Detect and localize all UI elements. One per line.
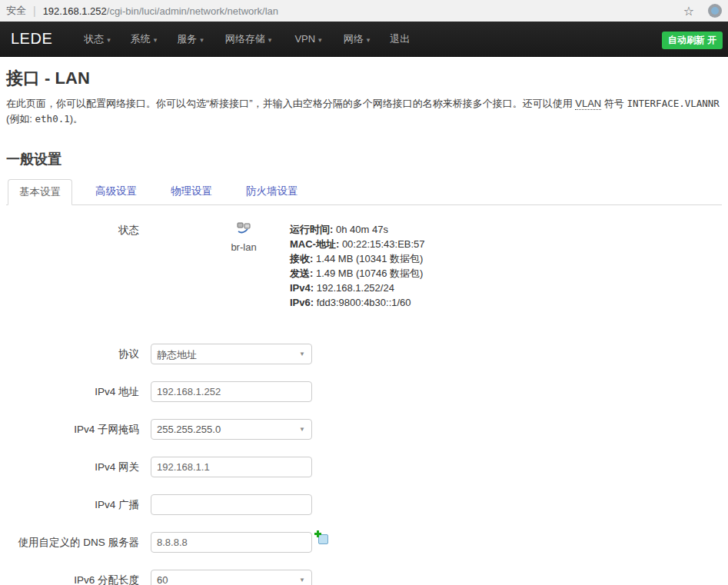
profile-avatar[interactable]	[708, 4, 722, 18]
ipv4-gateway-input[interactable]	[151, 457, 312, 477]
brand-logo: LEDE	[11, 30, 52, 48]
form-row-ipv6-assignment: IPv6 分配长度 60 ▼ ? 给每个公共 IPv6 前缀分配指定长度的固定部…	[6, 570, 722, 585]
tab-physical-settings[interactable]: 物理设置	[160, 179, 223, 205]
device-name: br-lan	[224, 241, 264, 253]
settings-tab-bar: 基本设置 高级设置 物理设置 防火墙设置	[6, 179, 722, 205]
nav-item-logout[interactable]: 退出	[380, 25, 420, 54]
form-row-protocol: 协议 静态地址 ▼	[6, 344, 722, 364]
form-row-ipv4-broadcast: IPv4 广播	[6, 494, 722, 515]
auto-refresh-toggle[interactable]: 自动刷新 开	[662, 32, 723, 49]
select-caret-icon: ▼	[299, 426, 305, 433]
url-host: 192.168.1.252	[43, 5, 107, 17]
status-line-tx: 发送: 1.49 MB (10746 数据包)	[290, 266, 425, 281]
chevron-down-icon: ▾	[107, 36, 111, 44]
status-line-mac: MAC-地址: 00:22:15:43:EB:57	[290, 237, 425, 251]
avatar-inner-circle	[711, 7, 719, 15]
page-title: 接口 - LAN	[6, 67, 722, 90]
ipv4-address-input[interactable]	[151, 381, 312, 402]
custom-dns-label: 使用自定义的 DNS 服务器	[6, 532, 151, 553]
form-row-status: 状态 br-lan 运行时间: 0h 40m 47s MAC-地址: 00:22…	[6, 222, 722, 310]
code-interface-vlannr: INTERFACE.VLANNR	[627, 98, 719, 109]
status-line-rx: 接收: 1.44 MB (10341 数据包)	[290, 251, 425, 266]
tab-advanced-settings[interactable]: 高级设置	[85, 179, 148, 205]
nav-item-status[interactable]: 状态▾	[74, 25, 121, 54]
code-eth-example: eth0.1	[35, 113, 70, 125]
protocol-label: 协议	[6, 344, 151, 364]
tab-firewall-settings[interactable]: 防火墙设置	[235, 179, 309, 205]
nav-item-system[interactable]: 系统▾	[121, 25, 168, 54]
protocol-select[interactable]: 静态地址 ▼	[151, 344, 312, 364]
nav-item-vpn[interactable]: VPN▾	[283, 25, 333, 52]
custom-dns-input[interactable]	[151, 532, 312, 553]
ipv6-assignment-field: 60 ▼ ? 给每个公共 IPv6 前缀分配指定长度的固定部分	[151, 570, 372, 585]
address-separator: |	[33, 5, 36, 17]
chevron-down-icon: ▾	[268, 36, 272, 44]
form-row-ipv4-address: IPv4 地址	[6, 381, 722, 402]
nav-item-services[interactable]: 服务▾	[167, 25, 214, 54]
ipv4-broadcast-input[interactable]	[151, 494, 312, 515]
status-info: 运行时间: 0h 40m 47s MAC-地址: 00:22:15:43:EB:…	[290, 222, 425, 310]
bookmark-star-icon[interactable]: ☆	[683, 4, 694, 18]
plus-glyph	[314, 530, 321, 537]
url-field[interactable]: 192.168.1.252/cgi-bin/luci/admin/network…	[43, 5, 683, 17]
security-indicator: 安全	[6, 4, 26, 18]
status-line-uptime: 运行时间: 0h 40m 47s	[290, 222, 425, 237]
custom-dns-field	[151, 532, 328, 553]
status-label: 状态	[6, 222, 151, 310]
select-caret-icon: ▼	[299, 351, 305, 357]
form-row-custom-dns: 使用自定义的 DNS 服务器	[6, 532, 722, 553]
section-heading-general-settings: 一般设置	[6, 150, 722, 168]
nav-item-network-storage[interactable]: 网络存储▾	[214, 25, 284, 54]
status-device-block: br-lan	[224, 222, 264, 310]
browser-address-bar[interactable]: 安全 | 192.168.1.252/cgi-bin/luci/admin/ne…	[0, 0, 728, 22]
url-path: /cgi-bin/luci/admin/network/network/lan	[107, 5, 278, 17]
ipv6-assignment-label: IPv6 分配长度	[6, 570, 151, 585]
interface-settings-form: 状态 br-lan 运行时间: 0h 40m 47s MAC-地址: 00:22…	[6, 222, 722, 585]
status-line-ipv6: IPv6: fdd3:9800:4b30::1/60	[290, 295, 425, 310]
chevron-down-icon: ▾	[200, 36, 204, 44]
status-line-ipv4: IPv4: 192.168.1.252/24	[290, 281, 425, 295]
select-caret-icon: ▼	[299, 577, 305, 583]
chevron-down-icon: ▾	[318, 36, 322, 44]
bridge-interface-icon	[236, 222, 251, 234]
chevron-down-icon: ▾	[154, 36, 158, 44]
ipv4-address-label: IPv4 地址	[6, 381, 151, 402]
app-navbar: LEDE 状态▾ 系统▾ 服务▾ 网络存储▾ VPN▾ 网络▾ 退出 自动刷新 …	[0, 22, 728, 57]
nav-item-network[interactable]: 网络▾	[334, 25, 381, 54]
ipv6-assignment-select[interactable]: 60 ▼	[151, 570, 312, 585]
vlan-abbr: VLAN	[575, 98, 601, 110]
page-content: 接口 - LAN 在此页面，你可以配置网络接口。你可以勾选“桥接接口”，并输入由…	[0, 57, 728, 585]
ipv4-netmask-label: IPv4 子网掩码	[6, 419, 151, 440]
ipv4-netmask-select[interactable]: 255.255.255.0 ▼	[151, 419, 312, 440]
form-row-ipv4-gateway: IPv4 网关	[6, 457, 722, 477]
tab-basic-settings[interactable]: 基本设置	[8, 179, 72, 205]
ipv4-broadcast-label: IPv4 广播	[6, 494, 151, 515]
status-field: br-lan 运行时间: 0h 40m 47s MAC-地址: 00:22:15…	[151, 222, 425, 310]
form-row-ipv4-netmask: IPv4 子网掩码 255.255.255.0 ▼	[6, 419, 722, 440]
page-description: 在此页面，你可以配置网络接口。你可以勾选“桥接接口”，并输入由空格分隔的多个网络…	[6, 96, 722, 127]
ipv4-gateway-label: IPv4 网关	[6, 457, 151, 477]
add-dns-entry-icon[interactable]	[314, 530, 328, 544]
chevron-down-icon: ▾	[367, 36, 371, 44]
